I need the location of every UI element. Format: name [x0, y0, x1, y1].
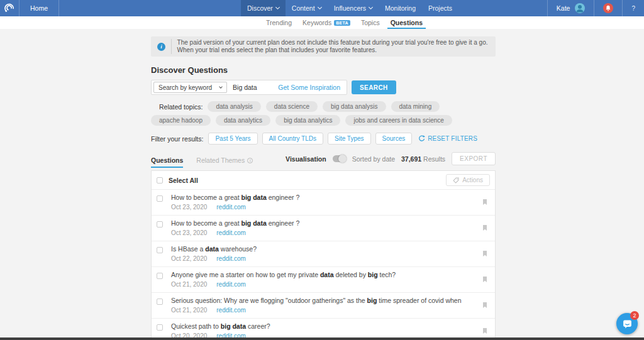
banner-text: The paid version of your current plan do… — [177, 39, 489, 54]
question-checkbox[interactable] — [157, 324, 163, 331]
nav-menu-item[interactable]: Discover — [241, 0, 286, 16]
question-meta: Oct 22, 2020 reddit.com — [171, 255, 482, 262]
results-count-word: Results — [423, 155, 445, 163]
question-meta: Oct 21, 2020 reddit.com — [171, 307, 482, 314]
person-icon — [575, 3, 585, 13]
related-topic-chip[interactable]: data mining — [391, 101, 440, 112]
bookmark-icon[interactable] — [482, 277, 487, 283]
question-source-link[interactable]: reddit.com — [216, 281, 246, 288]
subnav-tab[interactable]: Keywords BETA — [303, 16, 350, 29]
top-navbar: Home Discover Content Influencers Monito… — [0, 0, 644, 16]
subnav-tab[interactable]: Trending — [266, 16, 292, 29]
related-topic-chip[interactable]: big data analysis — [323, 101, 386, 112]
export-button[interactable]: EXPORT — [452, 152, 496, 165]
tab-related-themes[interactable]: Related Themes i — [196, 156, 253, 168]
tab-related-themes-label: Related Themes — [196, 156, 245, 164]
filter-button[interactable]: Past 5 Years — [208, 133, 257, 145]
subnav: Trending Keywords BETA Topics Questions — [0, 16, 644, 29]
nav-menu-item[interactable]: Projects — [422, 0, 458, 16]
question-checkbox[interactable] — [157, 195, 163, 202]
question-row: How to become a great big data engineer … — [152, 215, 495, 241]
nav-menu-item[interactable]: Monitoring — [379, 0, 422, 16]
question-row: Anyone give me a starter on how to get m… — [152, 266, 495, 292]
search-button[interactable]: SEARCH — [352, 80, 396, 94]
sorted-by-label[interactable]: Sorted by date — [352, 155, 395, 163]
info-icon: i — [157, 43, 165, 51]
question-title[interactable]: How to become a great big data engineer … — [171, 219, 482, 228]
related-topic-chip[interactable]: data analysis — [208, 101, 260, 112]
page-title: Discover Questions — [151, 65, 496, 75]
main-content: i The paid version of your current plan … — [151, 29, 496, 340]
question-source-link[interactable]: reddit.com — [216, 307, 246, 314]
question-date: Oct 21, 2020 — [171, 307, 207, 314]
filter-button[interactable]: Site Types — [328, 133, 371, 145]
nav-menu-item[interactable]: Content — [286, 0, 328, 16]
select-all-checkbox[interactable] — [157, 177, 163, 184]
question-checkbox[interactable] — [157, 221, 163, 228]
related-topic-chip[interactable]: big data analytics — [275, 115, 340, 126]
info-circle-icon: i — [247, 158, 253, 163]
question-checkbox[interactable] — [157, 247, 163, 253]
inspiration-link[interactable]: Get Some Inspiration — [278, 84, 347, 91]
reset-filters-button[interactable]: RESET FILTERS — [418, 135, 477, 142]
question-meta: Oct 23, 2020 reddit.com — [171, 204, 482, 211]
user-name: Kate — [557, 4, 570, 12]
question-source-link[interactable]: reddit.com — [216, 229, 246, 236]
nav-home-label: Home — [30, 4, 48, 12]
subnav-tab-label: Topics — [361, 19, 380, 26]
related-topic-chip[interactable]: data analytics — [216, 115, 270, 126]
nav-home[interactable]: Home — [19, 0, 59, 16]
bookmark-icon[interactable] — [482, 251, 487, 257]
question-title[interactable]: Anyone give me a starter on how to get m… — [171, 271, 482, 279]
bookmark-icon[interactable] — [482, 302, 487, 309]
help-button[interactable]: ? — [623, 5, 644, 12]
question-source-link[interactable]: reddit.com — [216, 204, 246, 211]
reset-filters-label: RESET FILTERS — [428, 135, 477, 142]
question-checkbox[interactable] — [157, 299, 163, 305]
reset-icon — [418, 135, 425, 142]
question-date: Oct 23, 2020 — [171, 229, 207, 236]
chat-bubble-icon — [622, 319, 633, 329]
notifications-button[interactable] — [594, 0, 623, 16]
question-title[interactable]: Is HBase a data warehouse? — [171, 245, 482, 253]
filter-button[interactable]: All Country TLDs — [262, 133, 323, 145]
question-body: Anyone give me a starter on how to get m… — [171, 271, 482, 288]
bookmark-icon[interactable] — [482, 328, 487, 334]
question-date: Oct 22, 2020 — [171, 255, 207, 262]
toggle-knob — [338, 155, 347, 163]
question-date: Oct 21, 2020 — [171, 281, 207, 288]
app-logo[interactable] — [0, 0, 19, 16]
results-controls: Visualisation Sorted by date 37,691 Resu… — [286, 152, 496, 168]
avatar — [575, 3, 585, 13]
question-title[interactable]: Quickest path to big data career? — [171, 322, 482, 331]
question-title[interactable]: Serious question: Why are we flogging "o… — [171, 297, 482, 305]
related-topics: Related topics: data analysisdata scienc… — [151, 101, 496, 126]
actions-label: Actions — [462, 177, 483, 184]
results-bar: Questions Related Themes i Visualisation… — [151, 152, 496, 168]
question-body: Is HBase a data warehouse? Oct 22, 2020 … — [171, 245, 482, 262]
chat-launcher-button[interactable]: 2 — [616, 313, 638, 334]
search-input[interactable] — [227, 84, 278, 91]
question-source-link[interactable]: reddit.com — [216, 255, 246, 262]
search-mode-select[interactable]: Search by keyword — [153, 82, 227, 93]
actions-button[interactable]: Actions — [446, 174, 490, 186]
subnav-tab[interactable]: Topics — [361, 16, 380, 29]
results-count-number: 37,691 — [401, 155, 421, 163]
question-checkbox[interactable] — [157, 273, 163, 279]
nav-menu-label: Monitoring — [385, 4, 416, 12]
related-topic-chip[interactable]: jobs and careers in data science — [345, 115, 452, 126]
tab-questions[interactable]: Questions — [151, 156, 183, 168]
bookmark-icon[interactable] — [482, 225, 487, 231]
nav-menu-item[interactable]: Influencers — [328, 0, 379, 16]
visualisation-toggle[interactable] — [333, 155, 346, 162]
user-menu[interactable]: Kate — [547, 0, 594, 16]
related-topic-chip[interactable]: data science — [266, 101, 318, 112]
filter-button[interactable]: Sources — [375, 133, 413, 145]
related-topic-chip[interactable]: apache hadoop — [151, 115, 211, 126]
chevron-down-icon — [369, 5, 373, 9]
question-title[interactable]: How to become a great big data engineer … — [171, 194, 482, 202]
bookmark-icon[interactable] — [482, 199, 487, 206]
results-count: 37,691 Results — [401, 155, 445, 163]
beta-badge: BETA — [334, 20, 350, 26]
subnav-tab[interactable]: Questions — [391, 16, 423, 29]
